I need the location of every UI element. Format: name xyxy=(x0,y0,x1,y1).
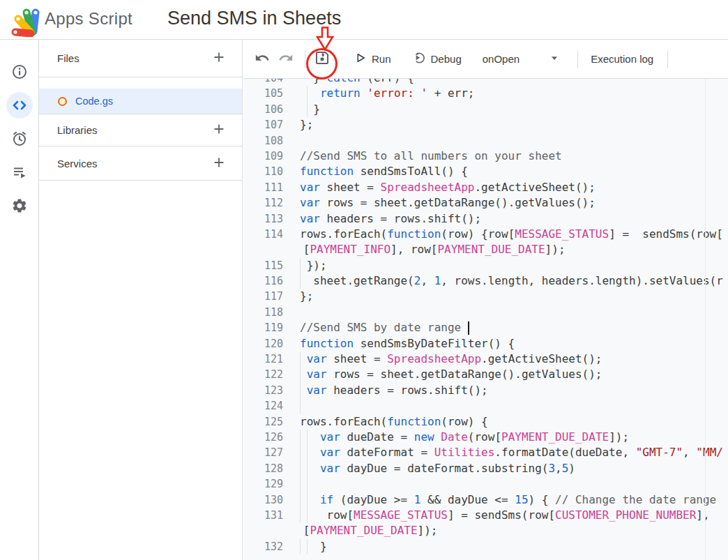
minimap-divider xyxy=(705,79,706,560)
sidebar-item-overview[interactable] xyxy=(0,55,39,89)
indent-guide xyxy=(300,383,307,398)
indent-guide xyxy=(307,430,314,445)
line-number: 109 xyxy=(243,149,300,164)
line-number: 125 xyxy=(243,414,300,430)
line-number: 120 xyxy=(243,336,300,351)
indent-guide xyxy=(307,492,314,508)
code-row: 117}; xyxy=(243,289,728,304)
clock-icon xyxy=(6,126,33,152)
executions-list-icon xyxy=(6,159,33,186)
code-row: 108 xyxy=(243,133,728,149)
toolbar-divider xyxy=(577,50,578,68)
plus-icon xyxy=(211,50,227,67)
code-row: 118 xyxy=(243,305,728,320)
line-number: 121 xyxy=(243,351,300,367)
code-row: 130 if (dayDue >= 1 && dayDue <= 15) { /… xyxy=(243,492,728,508)
run-button[interactable]: Run xyxy=(351,49,394,69)
line-number: 126 xyxy=(243,430,300,445)
line-number: 108 xyxy=(243,133,300,149)
code-row: 115}); xyxy=(243,258,728,273)
project-title: Send SMS in Sheets xyxy=(167,8,341,29)
chevron-down-icon xyxy=(549,53,559,65)
sidebar-item-executions[interactable] xyxy=(0,156,39,189)
code-row: 109//Send SMS to all numbers on your she… xyxy=(243,149,728,164)
indent-guide xyxy=(307,508,314,523)
indent-guide xyxy=(307,445,314,460)
line-number: 119 xyxy=(243,320,300,335)
sidebar-item-editor[interactable] xyxy=(0,89,39,122)
line-number: 123 xyxy=(243,383,300,398)
line-number: 114 xyxy=(243,227,300,242)
line-number: 132 xyxy=(243,539,300,554)
redo-button[interactable] xyxy=(275,47,296,70)
debug-button[interactable]: Debug xyxy=(409,48,464,70)
line-number: 111 xyxy=(243,180,300,195)
code-row: 131 row[MESSAGE_STATUS] = sendSms(row[CU… xyxy=(243,508,728,523)
run-label: Run xyxy=(372,53,391,65)
indent-guide xyxy=(307,539,314,554)
unsaved-changes-dot-icon xyxy=(58,97,67,106)
line-number: 106 xyxy=(243,102,300,117)
files-panel-title: Files xyxy=(57,52,210,64)
code-row: 116 sheet.getRange(2, 1, rows.length, he… xyxy=(243,273,728,289)
code-row: 107}; xyxy=(243,117,728,133)
indent-guide xyxy=(307,86,314,101)
line-number: 118 xyxy=(243,305,300,320)
indent-guide xyxy=(300,398,307,414)
code-row: 113var headers = rows.shift(); xyxy=(243,211,728,227)
toolbar-divider xyxy=(667,50,668,68)
indent-guide xyxy=(300,351,307,367)
section-services: Services xyxy=(39,146,242,180)
code-row: 121var sheet = SpreadsheetApp.getActiveS… xyxy=(243,351,728,367)
line-number: 116 xyxy=(243,273,300,289)
indent-guide xyxy=(307,476,314,492)
line-number xyxy=(243,523,300,538)
line-number: 112 xyxy=(243,195,300,211)
section-label-services: Services xyxy=(57,158,210,169)
indent-guide xyxy=(300,539,307,554)
code-editor[interactable]: 104 } catch (err) {105 return 'error: ' … xyxy=(243,79,728,560)
line-number: 124 xyxy=(243,398,300,414)
line-number: 129 xyxy=(243,476,300,492)
plus-icon xyxy=(211,121,227,139)
line-number: 131 xyxy=(243,508,300,523)
code-row: 129 xyxy=(243,476,728,492)
code-row: 110function sendSmsToAll() { xyxy=(243,164,728,179)
code-row: 106 } xyxy=(243,102,728,117)
section-libraries: Libraries xyxy=(39,114,242,146)
panel-divider xyxy=(39,180,242,181)
indent-guide xyxy=(300,258,307,273)
line-number: 113 xyxy=(243,211,300,227)
sidebar-item-settings[interactable] xyxy=(0,189,39,222)
code-row: 114rows.forEach(function(row) {row[MESSA… xyxy=(243,227,728,242)
line-number: 130 xyxy=(243,492,300,508)
execution-log-button[interactable]: Execution log xyxy=(588,50,656,68)
sidebar-item-triggers[interactable] xyxy=(0,122,39,156)
code-row: 111var sheet = SpreadsheetApp.getActiveS… xyxy=(243,180,728,195)
file-row-code-gs[interactable]: Code.gs xyxy=(39,89,242,114)
apps-script-logo-icon xyxy=(7,3,40,40)
indent-guide xyxy=(300,476,307,492)
line-number: 107 xyxy=(243,117,300,133)
line-number xyxy=(243,242,300,257)
add-file-button[interactable] xyxy=(210,48,228,68)
add-service-button[interactable] xyxy=(210,153,228,174)
debug-icon xyxy=(412,51,426,67)
code-lines: 104 } catch (err) {105 return 'error: ' … xyxy=(243,79,728,554)
app-name: Apps Script xyxy=(45,9,132,29)
indent-guide xyxy=(300,445,307,460)
code-row: 127 var dateFormat = Utilities.formatDat… xyxy=(243,445,728,460)
code-row: 104 } catch (err) { xyxy=(243,79,728,86)
function-select[interactable]: onOpen xyxy=(480,50,562,68)
files-panel: Files Code.gs Libraries Services xyxy=(39,40,243,560)
line-number: 110 xyxy=(243,164,300,179)
code-row: 128 var dayDue = dateFormat.substring(3,… xyxy=(243,461,728,476)
app-header: Apps Script Send SMS in Sheets xyxy=(0,0,728,40)
add-library-button[interactable] xyxy=(210,120,228,140)
text-cursor xyxy=(468,321,469,335)
plus-icon xyxy=(211,155,227,172)
undo-button[interactable] xyxy=(252,47,273,70)
code-row: 112var rows = sheet.getDataRange().getVa… xyxy=(243,195,728,211)
toolbar-divider xyxy=(305,50,305,68)
line-number: 128 xyxy=(243,461,300,476)
